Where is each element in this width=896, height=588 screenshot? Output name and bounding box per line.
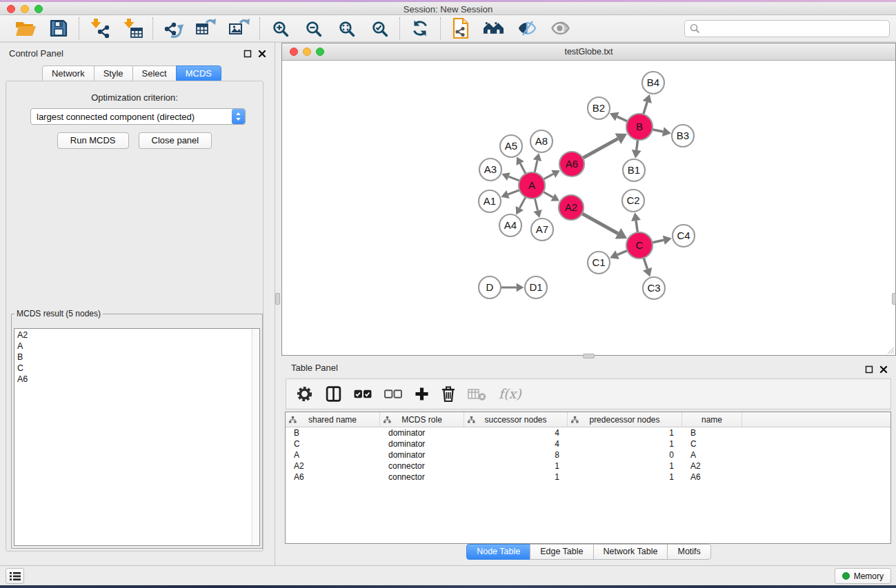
task-history-button[interactable] bbox=[6, 568, 24, 584]
graph-node-A6[interactable]: A6 bbox=[559, 152, 584, 176]
graph-node-C1[interactable]: C1 bbox=[588, 252, 610, 274]
open-folder-icon[interactable] bbox=[15, 18, 36, 39]
cell-successor-nodes[interactable]: 4 bbox=[464, 438, 568, 449]
graph-node-A5[interactable]: A5 bbox=[500, 135, 522, 157]
tab-edge-table[interactable]: Edge Table bbox=[530, 544, 593, 560]
cell-successor-nodes[interactable]: 1 bbox=[464, 472, 568, 483]
apply-function-icon[interactable]: f(x) bbox=[498, 386, 523, 402]
graph-node-A1[interactable]: A1 bbox=[479, 190, 501, 212]
cell-shared-name[interactable]: A bbox=[286, 449, 380, 460]
column-header-shared-name[interactable]: shared name bbox=[286, 412, 380, 427]
network-preview-icon[interactable] bbox=[550, 18, 570, 39]
cell-predecessor-nodes[interactable]: 1 bbox=[568, 460, 682, 472]
column-header-predecessor-nodes[interactable]: predecessor nodes bbox=[568, 412, 682, 427]
graph-node-D[interactable]: D bbox=[479, 276, 501, 298]
tab-network[interactable]: Network bbox=[42, 65, 94, 82]
graph-node-A2[interactable]: A2 bbox=[559, 195, 584, 220]
delete-table-icon[interactable] bbox=[468, 387, 486, 401]
cell-shared-name[interactable]: B bbox=[286, 427, 380, 438]
graph-node-A8[interactable]: A8 bbox=[530, 130, 552, 152]
close-table-panel-icon[interactable] bbox=[879, 365, 888, 374]
graph-node-C2[interactable]: C2 bbox=[622, 190, 644, 212]
refresh-icon[interactable] bbox=[410, 18, 430, 39]
close-panel-button[interactable]: Close panel bbox=[139, 132, 212, 149]
tab-style[interactable]: Style bbox=[94, 65, 133, 82]
tab-select[interactable]: Select bbox=[132, 65, 177, 82]
export-image-icon[interactable] bbox=[229, 18, 250, 39]
graph-node-B2[interactable]: B2 bbox=[588, 97, 610, 119]
mcds-result-item[interactable]: A2 bbox=[14, 330, 251, 341]
criterion-dropdown[interactable]: largest connected component (directed) bbox=[30, 108, 246, 125]
cell-successor-nodes[interactable]: 8 bbox=[464, 449, 568, 460]
cell-mcds-role[interactable]: dominator bbox=[380, 449, 464, 460]
graph-node-B[interactable]: B bbox=[626, 114, 653, 140]
float-panel-icon[interactable] bbox=[243, 49, 252, 58]
horizontal-splitter-handle[interactable] bbox=[583, 354, 595, 358]
network-canvas[interactable]: B4B2BB3B1A5A8A6A3AA1A4A7A2C2CC4C1C3DD1 bbox=[282, 61, 895, 355]
vertical-splitter-handle[interactable] bbox=[275, 293, 280, 305]
zoom-out-icon[interactable] bbox=[303, 18, 323, 39]
graph-node-A[interactable]: A bbox=[519, 172, 545, 199]
right-splitter-handle[interactable] bbox=[892, 293, 896, 305]
clone-network-icon[interactable] bbox=[450, 18, 471, 39]
cell-shared-name[interactable]: A2 bbox=[286, 460, 380, 472]
graph-node-C4[interactable]: C4 bbox=[673, 225, 695, 247]
cell-mcds-role[interactable]: connector bbox=[380, 460, 464, 472]
tab-mcds[interactable]: MCDS bbox=[176, 65, 221, 82]
graph-node-C[interactable]: C bbox=[626, 232, 653, 258]
graph-node-D1[interactable]: D1 bbox=[525, 276, 547, 298]
graph-node-A4[interactable]: A4 bbox=[499, 214, 521, 236]
select-all-icon[interactable] bbox=[354, 387, 372, 401]
table-mode-gear-icon[interactable] bbox=[296, 385, 313, 403]
cell-shared-name[interactable]: A6 bbox=[286, 472, 380, 483]
export-network-icon[interactable] bbox=[163, 18, 183, 39]
cell-name[interactable]: A6 bbox=[682, 472, 742, 483]
cell-mcds-role[interactable]: connector bbox=[380, 472, 464, 483]
create-column-icon[interactable] bbox=[415, 387, 429, 401]
cell-name[interactable]: A bbox=[682, 449, 742, 460]
table-row[interactable]: Bdominator41B bbox=[286, 427, 890, 438]
float-table-panel-icon[interactable] bbox=[864, 365, 873, 374]
mcds-result-item[interactable]: A bbox=[14, 341, 251, 352]
cell-successor-nodes[interactable]: 4 bbox=[464, 427, 568, 438]
memory-button[interactable]: Memory bbox=[835, 568, 891, 584]
mcds-scrollbar[interactable] bbox=[252, 329, 259, 545]
show-hide-columns-icon[interactable] bbox=[325, 385, 342, 403]
cell-name[interactable]: B bbox=[682, 427, 742, 438]
cell-mcds-role[interactable]: dominator bbox=[380, 427, 464, 438]
cell-name[interactable]: A2 bbox=[682, 460, 742, 472]
tab-motifs[interactable]: Motifs bbox=[667, 544, 710, 560]
graph-node-A3[interactable]: A3 bbox=[479, 159, 501, 181]
cell-predecessor-nodes[interactable]: 1 bbox=[568, 472, 682, 483]
tab-node-table[interactable]: Node Table bbox=[466, 544, 530, 560]
toggle-graphics-details-icon[interactable] bbox=[517, 18, 537, 39]
cell-predecessor-nodes[interactable]: 1 bbox=[568, 427, 682, 438]
cell-mcds-role[interactable]: dominator bbox=[380, 438, 464, 449]
table-row[interactable]: A2connector11A2 bbox=[286, 460, 890, 472]
close-panel-icon[interactable] bbox=[257, 49, 266, 58]
resize-grip[interactable] bbox=[886, 345, 895, 354]
run-mcds-button[interactable]: Run MCDS bbox=[57, 132, 129, 149]
import-network-icon[interactable] bbox=[89, 18, 110, 39]
mcds-result-item[interactable]: B bbox=[14, 352, 251, 363]
mcds-result-item[interactable]: A6 bbox=[14, 374, 251, 385]
table-row[interactable]: Cdominator41C bbox=[286, 438, 890, 449]
search-input[interactable] bbox=[700, 21, 889, 37]
cell-predecessor-nodes[interactable]: 0 bbox=[568, 449, 682, 460]
graph-node-B3[interactable]: B3 bbox=[672, 125, 694, 147]
first-neighbors-icon[interactable] bbox=[484, 18, 504, 39]
zoom-fit-icon[interactable] bbox=[336, 18, 357, 39]
cell-name[interactable]: C bbox=[682, 438, 742, 449]
table-row[interactable]: Adominator80A bbox=[286, 449, 890, 460]
unselect-all-icon[interactable] bbox=[384, 387, 403, 401]
table-row[interactable]: A6connector11A6 bbox=[286, 472, 890, 483]
delete-columns-icon[interactable] bbox=[441, 385, 456, 403]
export-table-icon[interactable] bbox=[196, 18, 217, 39]
search-field[interactable] bbox=[684, 20, 890, 37]
cell-successor-nodes[interactable]: 1 bbox=[464, 460, 568, 472]
column-header-name[interactable]: name bbox=[682, 412, 742, 427]
column-header-mcds-role[interactable]: MCDS role bbox=[380, 412, 464, 427]
tab-network-table[interactable]: Network Table bbox=[593, 544, 668, 560]
graph-node-B1[interactable]: B1 bbox=[623, 159, 645, 181]
column-header-successor-nodes[interactable]: successor nodes bbox=[464, 412, 568, 427]
